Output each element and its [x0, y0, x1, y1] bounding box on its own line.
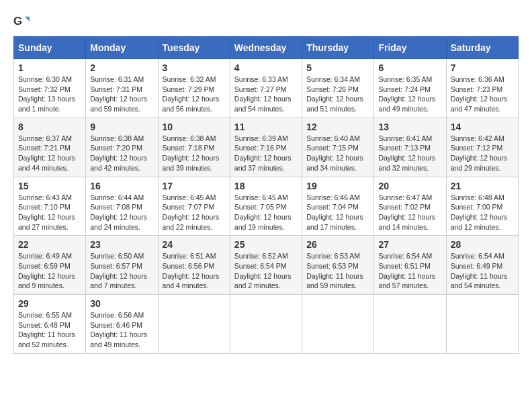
column-header-thursday: Thursday: [302, 37, 374, 59]
day-info: Sunrise: 6:30 AMSunset: 7:32 PMDaylight:…: [18, 75, 81, 114]
calendar-cell: 4Sunrise: 6:33 AMSunset: 7:27 PMDaylight…: [230, 59, 302, 118]
calendar-cell: 16Sunrise: 6:44 AMSunset: 7:08 PMDayligh…: [86, 177, 158, 236]
svg-marker-1: [25, 17, 30, 21]
day-info: Sunrise: 6:51 AMSunset: 6:56 PMDaylight:…: [163, 251, 226, 291]
calendar-cell: [230, 295, 302, 354]
column-header-wednesday: Wednesday: [230, 37, 302, 59]
day-number: 27: [378, 239, 441, 250]
day-number: 10: [163, 122, 226, 132]
column-header-sunday: Sunday: [14, 37, 86, 59]
day-number: 7: [451, 62, 514, 73]
day-info: Sunrise: 6:43 AMSunset: 7:10 PMDaylight:…: [18, 193, 81, 232]
calendar-cell: 11Sunrise: 6:39 AMSunset: 7:16 PMDayligh…: [230, 118, 302, 177]
calendar-cell: [446, 295, 518, 354]
day-info: Sunrise: 6:50 AMSunset: 6:57 PMDaylight:…: [90, 251, 153, 291]
calendar-cell: 20Sunrise: 6:47 AMSunset: 7:02 PMDayligh…: [374, 177, 446, 236]
logo-icon: G: [13, 13, 30, 30]
day-info: Sunrise: 6:41 AMSunset: 7:13 PMDaylight:…: [378, 134, 441, 173]
calendar-cell: 15Sunrise: 6:43 AMSunset: 7:10 PMDayligh…: [14, 177, 86, 236]
day-info: Sunrise: 6:32 AMSunset: 7:29 PMDaylight:…: [163, 75, 226, 114]
day-number: 20: [378, 181, 441, 191]
day-info: Sunrise: 6:31 AMSunset: 7:31 PMDaylight:…: [90, 75, 153, 114]
calendar-cell: [302, 295, 374, 354]
day-info: Sunrise: 6:55 AMSunset: 6:48 PMDaylight:…: [18, 310, 81, 350]
day-info: Sunrise: 6:39 AMSunset: 7:16 PMDaylight:…: [234, 134, 298, 173]
day-number: 28: [451, 239, 514, 250]
calendar-cell: 6Sunrise: 6:35 AMSunset: 7:24 PMDaylight…: [374, 59, 446, 118]
calendar-cell: 3Sunrise: 6:32 AMSunset: 7:29 PMDaylight…: [158, 59, 230, 118]
calendar-cell: 21Sunrise: 6:48 AMSunset: 7:00 PMDayligh…: [446, 177, 518, 236]
calendar-cell: 29Sunrise: 6:55 AMSunset: 6:48 PMDayligh…: [14, 295, 86, 354]
day-number: 8: [18, 122, 81, 132]
day-number: 9: [90, 122, 153, 132]
day-info: Sunrise: 6:40 AMSunset: 7:15 PMDaylight:…: [306, 134, 369, 173]
calendar-cell: 18Sunrise: 6:45 AMSunset: 7:05 PMDayligh…: [230, 177, 302, 236]
calendar-cell: 27Sunrise: 6:54 AMSunset: 6:51 PMDayligh…: [374, 236, 446, 295]
day-info: Sunrise: 6:45 AMSunset: 7:05 PMDaylight:…: [234, 193, 298, 232]
day-number: 26: [306, 239, 369, 250]
day-info: Sunrise: 6:42 AMSunset: 7:12 PMDaylight:…: [451, 134, 514, 173]
day-info: Sunrise: 6:46 AMSunset: 7:04 PMDaylight:…: [306, 193, 369, 232]
calendar-cell: [374, 295, 446, 354]
day-number: 4: [234, 62, 298, 73]
day-number: 11: [234, 122, 298, 132]
calendar-cell: 23Sunrise: 6:50 AMSunset: 6:57 PMDayligh…: [86, 236, 158, 295]
calendar-cell: 26Sunrise: 6:53 AMSunset: 6:53 PMDayligh…: [302, 236, 374, 295]
day-number: 19: [306, 181, 369, 191]
calendar-cell: 12Sunrise: 6:40 AMSunset: 7:15 PMDayligh…: [302, 118, 374, 177]
page-header: G: [13, 13, 519, 30]
day-info: Sunrise: 6:38 AMSunset: 7:18 PMDaylight:…: [163, 134, 226, 173]
calendar-cell: 9Sunrise: 6:38 AMSunset: 7:20 PMDaylight…: [86, 118, 158, 177]
day-info: Sunrise: 6:33 AMSunset: 7:27 PMDaylight:…: [234, 75, 298, 114]
day-number: 22: [18, 239, 81, 250]
calendar-cell: 1Sunrise: 6:30 AMSunset: 7:32 PMDaylight…: [14, 59, 86, 118]
column-header-tuesday: Tuesday: [158, 37, 230, 59]
day-info: Sunrise: 6:54 AMSunset: 6:49 PMDaylight:…: [451, 251, 514, 291]
day-number: 25: [234, 239, 298, 250]
calendar-cell: 28Sunrise: 6:54 AMSunset: 6:49 PMDayligh…: [446, 236, 518, 295]
day-number: 15: [18, 181, 81, 191]
day-info: Sunrise: 6:49 AMSunset: 6:59 PMDaylight:…: [18, 251, 81, 291]
day-info: Sunrise: 6:45 AMSunset: 7:07 PMDaylight:…: [163, 193, 226, 232]
calendar-cell: 8Sunrise: 6:37 AMSunset: 7:21 PMDaylight…: [14, 118, 86, 177]
day-number: 21: [451, 181, 514, 191]
calendar-header-row: SundayMondayTuesdayWednesdayThursdayFrid…: [14, 37, 519, 59]
day-info: Sunrise: 6:54 AMSunset: 6:51 PMDaylight:…: [378, 251, 441, 291]
day-info: Sunrise: 6:47 AMSunset: 7:02 PMDaylight:…: [378, 193, 441, 232]
day-number: 16: [90, 181, 153, 191]
calendar-week-row: 8Sunrise: 6:37 AMSunset: 7:21 PMDaylight…: [14, 118, 519, 177]
logo: G: [13, 13, 32, 30]
calendar-cell: 24Sunrise: 6:51 AMSunset: 6:56 PMDayligh…: [158, 236, 230, 295]
column-header-saturday: Saturday: [446, 37, 518, 59]
day-info: Sunrise: 6:36 AMSunset: 7:23 PMDaylight:…: [451, 75, 514, 114]
calendar-cell: 5Sunrise: 6:34 AMSunset: 7:26 PMDaylight…: [302, 59, 374, 118]
day-number: 17: [163, 181, 226, 191]
calendar-week-row: 15Sunrise: 6:43 AMSunset: 7:10 PMDayligh…: [14, 177, 519, 236]
calendar-cell: 10Sunrise: 6:38 AMSunset: 7:18 PMDayligh…: [158, 118, 230, 177]
calendar-week-row: 1Sunrise: 6:30 AMSunset: 7:32 PMDaylight…: [14, 59, 519, 118]
day-number: 2: [90, 62, 153, 73]
calendar-cell: 13Sunrise: 6:41 AMSunset: 7:13 PMDayligh…: [374, 118, 446, 177]
day-number: 13: [378, 122, 441, 132]
day-info: Sunrise: 6:44 AMSunset: 7:08 PMDaylight:…: [90, 193, 153, 232]
day-info: Sunrise: 6:38 AMSunset: 7:20 PMDaylight:…: [90, 134, 153, 173]
day-info: Sunrise: 6:56 AMSunset: 6:46 PMDaylight:…: [90, 310, 153, 350]
day-number: 6: [378, 62, 441, 73]
svg-text:G: G: [13, 15, 22, 28]
day-number: 5: [306, 62, 369, 73]
day-info: Sunrise: 6:35 AMSunset: 7:24 PMDaylight:…: [378, 75, 441, 114]
calendar-week-row: 29Sunrise: 6:55 AMSunset: 6:48 PMDayligh…: [14, 295, 519, 354]
day-number: 18: [234, 181, 298, 191]
day-number: 3: [163, 62, 226, 73]
day-info: Sunrise: 6:52 AMSunset: 6:54 PMDaylight:…: [234, 251, 298, 291]
day-number: 24: [163, 239, 226, 250]
calendar-cell: 2Sunrise: 6:31 AMSunset: 7:31 PMDaylight…: [86, 59, 158, 118]
calendar-cell: [158, 295, 230, 354]
calendar-cell: 22Sunrise: 6:49 AMSunset: 6:59 PMDayligh…: [14, 236, 86, 295]
calendar-cell: 14Sunrise: 6:42 AMSunset: 7:12 PMDayligh…: [446, 118, 518, 177]
day-info: Sunrise: 6:48 AMSunset: 7:00 PMDaylight:…: [451, 193, 514, 232]
column-header-monday: Monday: [86, 37, 158, 59]
calendar-cell: 30Sunrise: 6:56 AMSunset: 6:46 PMDayligh…: [86, 295, 158, 354]
column-header-friday: Friday: [374, 37, 446, 59]
day-info: Sunrise: 6:53 AMSunset: 6:53 PMDaylight:…: [306, 251, 369, 291]
